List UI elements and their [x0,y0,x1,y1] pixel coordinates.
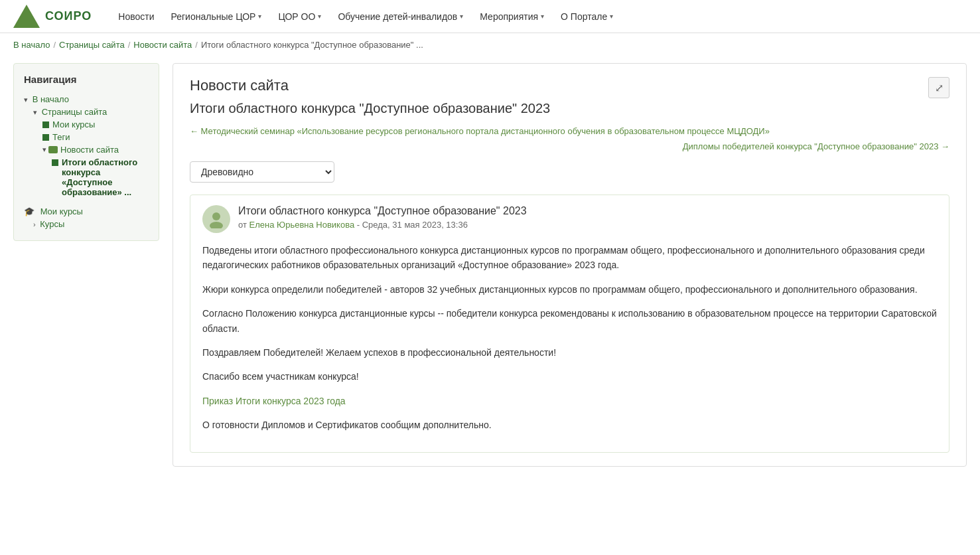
sidebar-item-news-site[interactable]: ▾ Новости сайта [24,143,149,156]
author-link[interactable]: Елена Юрьевна Новикова [249,220,355,230]
next-link[interactable]: Дипломы победителей конкурса "Доступное … [190,141,949,151]
svg-point-1 [210,222,223,228]
sidebar: Навигация ▾ В начало ▾ Страницы сайта Мо… [13,63,159,241]
expand-icon: › [33,220,36,228]
sidebar-link-home[interactable]: В начало [33,94,69,104]
bullet-icon [42,134,49,141]
post-paragraph-4: Поздравляем Победителей! Желаем успехов … [202,345,937,360]
logo-triangle [13,5,40,28]
chevron-down-icon: ▾ [318,13,321,20]
expand-icon: ▾ [33,108,37,116]
post-date: Среда, 31 мая 2023, 13:36 [362,220,468,230]
sidebar-title: Навигация [24,74,149,85]
breadcrumb-link-home[interactable]: В начало [13,40,50,50]
nav-item-news[interactable]: Новости [111,8,161,25]
chevron-down-icon: ▾ [541,13,544,20]
prev-link[interactable]: ← Методический семинар «Использование ре… [190,126,949,136]
post-paragraph-2: Жюри конкурса определили победителей - а… [202,282,937,297]
nav-item-children[interactable]: Обучение детей-инвалидов ▾ [331,8,470,25]
main-layout: Навигация ▾ В начало ▾ Страницы сайта Мо… [0,56,980,473]
logo[interactable]: СОИРО [13,5,92,28]
page-title: Новости сайта [190,77,289,94]
sidebar-item-home[interactable]: ▾ В начало [24,93,149,106]
avatar-icon [207,210,226,228]
nav-item-cor-oo[interactable]: ЦОР ОО ▾ [271,8,328,25]
sidebar-link-contest[interactable]: Итоги областного конкурса «Доступное обр… [62,157,149,197]
sidebar-item-contest-active[interactable]: Итоги областного конкурса «Доступное обр… [24,156,149,198]
sidebar-item-courses[interactable]: › Курсы [24,218,149,230]
avatar [202,205,230,233]
sidebar-item-my-courses[interactable]: Мои курсы [24,118,149,131]
sidebar-link-tags[interactable]: Теги [52,132,70,142]
sidebar-item-pages[interactable]: ▾ Страницы сайта [24,106,149,118]
svg-point-0 [212,212,220,220]
sidebar-link-pages[interactable]: Страницы сайта [42,107,107,117]
nav-links: ← Методический семинар «Использование ре… [190,126,949,151]
sidebar-tree: ▾ В начало ▾ Страницы сайта Мои курсы Те… [24,93,149,198]
sidebar-link-my-courses[interactable]: Мои курсы [52,119,95,129]
chevron-down-icon: ▾ [258,13,261,20]
breadcrumb-separator: / [128,40,131,50]
chevron-down-icon: ▾ [610,13,613,20]
breadcrumb-separator: / [195,40,198,50]
sidebar-item-tags[interactable]: Теги [24,131,149,143]
breadcrumb-current: Итоги областного конкурса "Доступное обр… [201,40,423,50]
post-link-para: Приказ Итоги конкурса 2023 года [202,394,937,408]
breadcrumb-separator: / [53,40,56,50]
sidebar-link-courses[interactable]: Курсы [40,219,64,229]
content-header: Новости сайта ⤢ [190,77,949,101]
view-select[interactable]: Древовидно Вложенно Плоско Отдельные обс… [190,161,334,183]
post-meta: Итоги областного конкурса "Доступное обр… [238,205,937,230]
post-card: Итоги областного конкурса "Доступное обр… [190,195,949,453]
breadcrumb: В начало / Страницы сайта / Новости сайт… [0,33,980,56]
post-paragraph-3: Согласно Положению конкурса дистанционны… [202,306,937,336]
nav-item-events[interactable]: Мероприятия ▾ [473,8,551,25]
post-final-para: О готовности Дипломов и Сертификатов соо… [202,418,937,432]
expand-icon: ▾ [24,96,28,104]
post-body: Подведены итоги областного профессиональ… [202,243,937,433]
chevron-down-icon: ▾ [460,13,463,20]
post-title-meta: Итоги областного конкурса "Доступное обр… [238,205,937,217]
post-paragraph-1: Подведены итоги областного профессиональ… [202,243,937,273]
bullet-icon [42,121,49,128]
view-select-wrap: Древовидно Вложенно Плоско Отдельные обс… [190,161,949,183]
sidebar-section-bottom: 🎓 Мои курсы › Курсы [24,205,149,230]
nav-item-about[interactable]: О Портале ▾ [554,8,620,25]
contest-order-link[interactable]: Приказ Итоги конкурса 2023 года [202,396,346,406]
logo-text: СОИРО [45,9,92,23]
post-author-date: от Елена Юрьевна Новикова - Среда, 31 ма… [238,220,937,230]
expand-icon: ▾ [42,145,46,154]
article-title: Итоги областного конкурса "Доступное обр… [190,101,949,116]
sidebar-link-news-site[interactable]: Новости сайта [60,145,119,155]
sidebar-link-my-courses-hat[interactable]: Мои курсы [40,206,83,216]
sidebar-item-my-courses-hat[interactable]: 🎓 Мои курсы [24,205,149,218]
message-icon [48,146,58,153]
expand-button[interactable]: ⤢ [928,77,949,98]
bullet-icon [52,159,58,166]
content-area: Новости сайта ⤢ Итоги областного конкурс… [173,63,967,467]
expand-icon: ⤢ [935,82,944,94]
header: СОИРО Новости Региональные ЦОР ▾ ЦОР ОО … [0,0,980,33]
breadcrumb-link-news[interactable]: Новости сайта [133,40,192,50]
graduation-icon: 🎓 [24,206,35,216]
nav-item-cor-regional[interactable]: Региональные ЦОР ▾ [164,8,268,25]
main-nav: Новости Региональные ЦОР ▾ ЦОР ОО ▾ Обуч… [111,8,620,25]
breadcrumb-link-pages[interactable]: Страницы сайта [59,40,125,50]
post-header: Итоги областного конкурса "Доступное обр… [202,205,937,233]
post-paragraph-5: Спасибо всем участникам конкурса! [202,369,937,384]
